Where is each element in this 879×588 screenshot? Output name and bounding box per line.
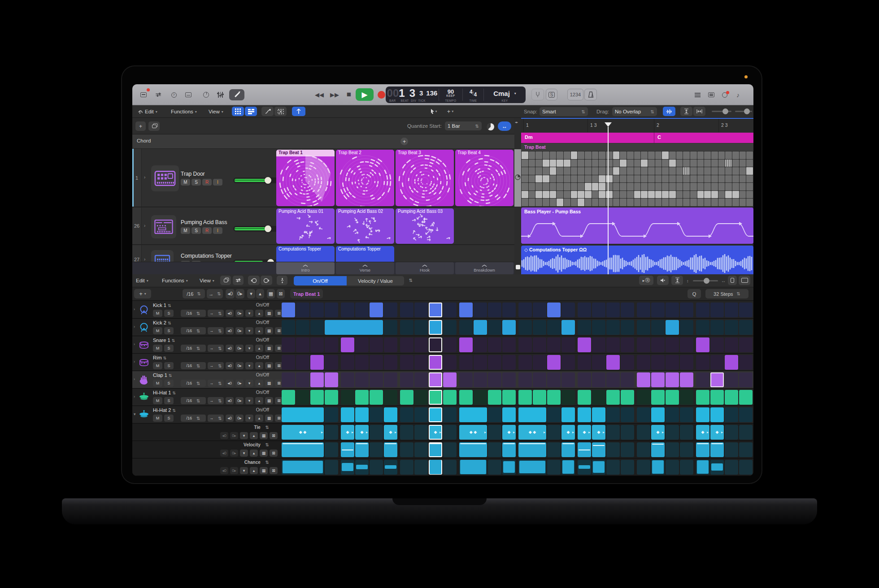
track-button-i[interactable]: I (213, 179, 222, 186)
step-cell[interactable] (680, 337, 693, 352)
step-cell[interactable] (384, 320, 397, 335)
row-shift-left[interactable]: ◂0 (226, 327, 234, 334)
loop-cell[interactable]: Trap Beat 1 (276, 150, 335, 206)
lane-up[interactable]: ▴ (250, 467, 258, 474)
row-up[interactable]: ▴ (255, 310, 263, 317)
scene-hook[interactable]: Hook (396, 262, 454, 274)
menu-view[interactable]: View▾ (209, 107, 223, 116)
chord-strip[interactable]: Dm C (521, 133, 753, 143)
step-cell[interactable] (606, 372, 620, 387)
lane-clear[interactable]: ⊠ (270, 450, 278, 457)
step-cell[interactable] (370, 372, 383, 387)
step-cell[interactable] (414, 407, 428, 422)
row-disclosure-arrow[interactable]: ▾ (134, 412, 136, 416)
step-cell[interactable] (370, 390, 383, 405)
audio-region[interactable]: ◇ Computations Topper ΩΩ (521, 246, 753, 274)
step-cell[interactable] (400, 337, 413, 352)
step-cell[interactable] (561, 303, 575, 317)
step-cell[interactable] (666, 303, 679, 317)
step-cell[interactable] (310, 337, 324, 352)
loop-cell[interactable]: Pumping Acid Bass 02 (336, 208, 394, 244)
step-cell[interactable] (341, 372, 354, 387)
step-cell[interactable] (561, 460, 575, 475)
step-cell[interactable] (680, 425, 693, 440)
list-editors-icon[interactable] (692, 89, 703, 100)
step-cell[interactable] (680, 460, 693, 475)
seq-menu-view[interactable]: View▾ (200, 276, 214, 285)
row-down[interactable]: ▾ (245, 362, 253, 369)
pattern-name[interactable]: Trap Beat 1 (290, 289, 323, 298)
step-cell[interactable] (502, 390, 516, 405)
step-cell[interactable] (502, 442, 516, 457)
step-cell[interactable] (547, 390, 561, 405)
step-cell[interactable] (547, 355, 561, 370)
step-cell[interactable] (725, 372, 738, 387)
step-cell[interactable] (384, 407, 397, 422)
grid-divider-expand-button[interactable]: ↔ (498, 121, 511, 131)
volume-knob[interactable] (265, 177, 271, 184)
pattern-up-button[interactable]: ▴ (256, 289, 264, 298)
step-cell[interactable] (739, 425, 753, 440)
step-cell[interactable] (282, 460, 324, 475)
step-cell[interactable] (533, 303, 546, 317)
step-cell[interactable] (533, 372, 546, 387)
step-cell[interactable] (561, 355, 575, 370)
step-cell[interactable] (739, 390, 753, 405)
step-cell[interactable] (488, 407, 501, 422)
step-cell[interactable] (341, 337, 354, 352)
row-random[interactable]: ▦ (265, 397, 273, 404)
step-cell[interactable] (739, 355, 753, 370)
stop-button[interactable]: ■ (343, 88, 355, 101)
loop-cell[interactable]: Pumping Acid Bass 01 (276, 208, 335, 244)
step-cell[interactable] (547, 372, 561, 387)
step-cell[interactable] (518, 407, 546, 422)
step-cell[interactable] (533, 320, 546, 335)
seq-lane-grid[interactable]: ◆ ◆▸◆▸◆▸◆▸◆▸◆ ◆▸◆▸◆ ◆▸◆▸◆▸◆▸◆▸◆▸◆▸ (282, 425, 753, 440)
step-cell[interactable] (474, 337, 487, 352)
seq-row-grid[interactable] (282, 390, 753, 405)
step-cell[interactable] (282, 390, 295, 405)
step-cell[interactable] (606, 407, 620, 422)
row-disclosure-arrow[interactable]: › (134, 324, 135, 329)
step-cell[interactable] (414, 355, 428, 370)
step-cell[interactable]: ◆ ◆▸ (518, 425, 546, 440)
step-cell[interactable] (533, 355, 546, 370)
step-cell[interactable] (592, 303, 605, 317)
step-cell[interactable]: ◆ ◆▸ (282, 425, 324, 440)
track-button-s[interactable]: S (191, 227, 201, 234)
step-cell[interactable] (651, 337, 665, 352)
step-cell[interactable] (282, 372, 295, 387)
rotate-right-icon[interactable] (261, 276, 272, 285)
lane-random[interactable]: ▦ (260, 432, 268, 439)
pattern-direction-menu[interactable]: →⇅ (207, 289, 223, 298)
step-cell[interactable] (561, 337, 575, 352)
step-cell[interactable] (459, 390, 473, 405)
seq-row-rim[interactable]: ›Rim⇅On/OffMS/16⇅→⇅◂00▸▾▴▦⊠ (132, 354, 753, 371)
rotate-left-icon[interactable] (248, 276, 260, 285)
duplicate-track-button[interactable] (148, 121, 160, 131)
step-cell[interactable] (666, 320, 679, 335)
step-cell[interactable] (651, 355, 665, 370)
step-cell[interactable] (651, 390, 665, 405)
row-shift-right[interactable]: 0▸ (235, 327, 244, 334)
step-cell[interactable] (592, 372, 605, 387)
waveform-zoom-button[interactable] (663, 107, 675, 116)
step-cell[interactable] (384, 442, 397, 457)
step-cell[interactable] (666, 442, 679, 457)
step-cell[interactable] (710, 442, 724, 457)
step-cell[interactable] (459, 460, 487, 475)
seq-row-grid[interactable] (282, 355, 753, 370)
step-cell[interactable] (370, 407, 383, 422)
add-row-button[interactable]: +▾ (134, 289, 151, 298)
step-cell[interactable] (384, 390, 397, 405)
step-cell[interactable] (621, 372, 634, 387)
seq-row-hi-hat-1[interactable]: ›Hi-Hat 1⇅On/OffMS/16⇅→⇅◂00▸▾▴▦⊠ (132, 389, 753, 406)
seq-lane-velocity[interactable]: Velocity ⇅◂00▸▾▴▦⊠ (132, 441, 753, 458)
step-cell[interactable] (547, 460, 561, 475)
horizontal-auto-zoom-button[interactable] (693, 107, 705, 116)
step-cell[interactable] (561, 442, 575, 457)
step-cell[interactable] (459, 320, 473, 335)
back-arrow-icon[interactable] (134, 106, 145, 117)
row-mute-button[interactable]: M (153, 345, 162, 352)
step-cell[interactable] (414, 320, 428, 335)
